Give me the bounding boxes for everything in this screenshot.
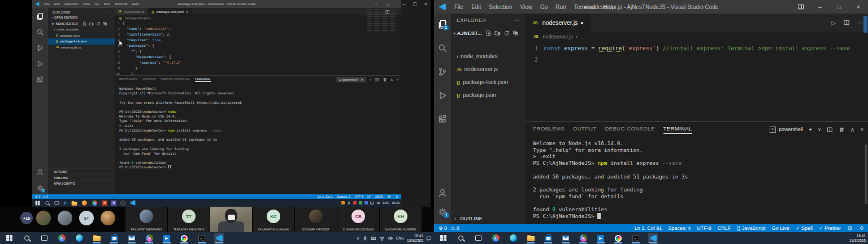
status-item[interactable]: Go Live <box>772 225 789 231</box>
sidebar-section[interactable]: OUTLINE <box>48 168 115 175</box>
folder-section-nodetester[interactable]: ∨ NODETESTER <box>48 20 115 27</box>
close-panel-icon[interactable]: × <box>396 78 398 81</box>
participant-tile[interactable]: KH KANOKPORN HUISUREE <box>380 207 422 232</box>
mail-taskbar-icon[interactable] <box>127 233 137 243</box>
collapse-all-icon[interactable] <box>103 21 107 26</box>
menu-item[interactable]: Go <box>93 2 102 6</box>
run-debug-icon[interactable] <box>36 60 44 68</box>
menu-item[interactable]: Edit <box>467 4 485 10</box>
split-editor-icon[interactable] <box>843 19 850 26</box>
search-icon[interactable] <box>36 28 44 36</box>
status-item[interactable]: Ln 1, Col 91 <box>635 225 662 231</box>
terminal-shell-selector[interactable]: > powershell <box>770 127 803 133</box>
new-folder-icon[interactable] <box>494 30 501 36</box>
status-item[interactable]: Ln 1, Col 1 <box>318 195 333 198</box>
accounts-icon[interactable] <box>36 168 44 176</box>
wifi-tray-icon[interactable] <box>379 236 385 241</box>
status-item[interactable]: JSON <box>375 195 383 198</box>
participant-tile[interactable]: KC KANARAPON CHANAMAT <box>253 207 295 232</box>
status-item[interactable]: ✓ Spell <box>796 225 813 231</box>
display-tray-icon[interactable] <box>370 201 374 205</box>
terminal-shell-selector[interactable]: 1: powershell ∨ <box>336 77 366 82</box>
vscode-taskbar-icon[interactable] <box>648 233 658 243</box>
clock[interactable]: 18:41 13/3/2565 <box>849 234 866 243</box>
tray-app-icon[interactable] <box>364 201 368 204</box>
file-item-node-modules[interactable]: › node_modules <box>48 27 115 33</box>
open-editors-section[interactable]: › OPEN EDITORS <box>48 15 115 20</box>
tray-app-icon[interactable] <box>353 201 357 204</box>
browser-profile-taskbar-icon[interactable] <box>578 233 588 243</box>
collapse-all-icon[interactable] <box>513 30 519 36</box>
task-view-button[interactable] <box>473 233 483 243</box>
participant-tile[interactable]: CB CHINNAKORN BOONNUMRUNG <box>337 207 380 232</box>
edge-taskbar-icon[interactable] <box>74 233 84 243</box>
panel-tab[interactable]: DEBUG CONSOLE <box>605 125 654 134</box>
language-indicator[interactable]: ENG <box>396 236 404 240</box>
chrome-taskbar-icon[interactable] <box>57 233 67 243</box>
search-icon[interactable] <box>437 43 448 53</box>
participant-avatar[interactable] <box>36 211 51 225</box>
new-folder-icon[interactable] <box>89 21 94 26</box>
menu-item[interactable]: Selection <box>62 2 81 6</box>
maximize-button[interactable]: □ <box>830 0 849 14</box>
menu-item[interactable]: View <box>517 4 537 10</box>
panel-tab[interactable]: TERMINAL <box>195 77 211 82</box>
shared-clock[interactable]: 15:20 <box>392 201 400 204</box>
run-file-icon[interactable]: ▷ <box>831 19 836 27</box>
participant-tile[interactable]: BOONMRI KIROKDET <box>295 207 337 232</box>
status-item[interactable]: UTF-8 <box>354 195 363 198</box>
file-item-nodeserver-js[interactable]: JS nodeserver.js <box>451 63 526 76</box>
tray-app-icon[interactable] <box>359 201 362 204</box>
extensions-icon[interactable] <box>36 76 44 84</box>
notifications-bell-icon[interactable] <box>395 195 399 199</box>
breadcrumb[interactable]: JS nodeserver.js › … <box>526 32 868 41</box>
code-area[interactable]: 1{2 "name": "nodetester",3 "lockfileVers… <box>115 20 401 75</box>
file-item-servemode-js[interactable]: JS servemode.js <box>48 45 115 51</box>
panel-tab[interactable]: PROBLEMS <box>119 77 137 82</box>
keyboard-tray-icon[interactable] <box>371 236 376 241</box>
status-item[interactable]: Spaces: 4 <box>668 225 691 231</box>
search-button[interactable] <box>455 233 466 243</box>
tab-close-icon[interactable]: × <box>186 10 188 14</box>
errors-indicator[interactable]: ⊗ 0 <box>35 195 40 198</box>
source-control-icon[interactable] <box>437 67 448 77</box>
accounts-icon[interactable] <box>437 188 448 198</box>
edge-taskbar-icon[interactable] <box>508 233 518 243</box>
microphone-tray-icon[interactable] <box>362 236 368 241</box>
new-file-icon[interactable] <box>83 21 87 26</box>
action-center-icon[interactable] <box>426 236 432 241</box>
menu-item[interactable]: Go <box>536 4 552 10</box>
firefox-icon[interactable] <box>82 201 87 206</box>
store-taskbar-icon[interactable] <box>543 233 553 243</box>
tab-package-lock-json[interactable]: {} package-lock.json × <box>148 8 192 15</box>
terminal-output[interactable]: Windows PowerShellCopyright (C) Microsof… <box>119 86 399 194</box>
file-item-package-json[interactable]: {} package.json <box>451 89 526 102</box>
run-debug-icon[interactable] <box>437 90 448 101</box>
terminal-taskbar-icon[interactable]: >_ <box>197 233 207 243</box>
refresh-icon[interactable] <box>96 21 101 26</box>
chevron-down-icon[interactable]: ∨ <box>818 127 821 132</box>
movies-taskbar-icon[interactable]: ▶ <box>162 233 172 243</box>
paint3d-taskbar-icon[interactable] <box>179 233 189 243</box>
meeting-close-button[interactable]: × <box>424 1 427 7</box>
vscode-taskbar-icon[interactable] <box>214 233 224 243</box>
menu-item[interactable]: Run <box>552 4 570 10</box>
menu-item[interactable]: Edit <box>52 2 62 6</box>
new-terminal-icon[interactable]: + <box>809 127 812 133</box>
panel-tab[interactable]: PROBLEMS <box>533 125 565 134</box>
terminal-output[interactable]: Welcome to Node.js v16.14.0.Type ".help"… <box>533 140 863 224</box>
meeting-maximize-button[interactable]: □ <box>413 1 416 7</box>
folder-section-ajnestnodejs[interactable]: ∨ AJNEST... <box>451 27 526 38</box>
participant-avatar-st[interactable]: ST <box>79 211 94 225</box>
panel-tab[interactable]: DEBUG CONSOLE <box>161 77 190 82</box>
tab-nodeserver-js[interactable]: JS nodeserver.js ● <box>526 14 590 32</box>
participant-video-tile[interactable] <box>210 207 253 232</box>
outline-section[interactable]: OUTLINE <box>451 213 526 223</box>
menu-item[interactable]: Selection <box>485 4 516 10</box>
status-item[interactable]: LF <box>367 195 371 198</box>
file-explorer-taskbar-icon[interactable] <box>92 233 102 243</box>
split-terminal-icon[interactable] <box>375 77 379 82</box>
chrome-taskbar-icon[interactable] <box>491 233 501 243</box>
edge-legacy-icon[interactable]: e <box>64 200 67 206</box>
maximize-button[interactable]: □ <box>387 2 389 6</box>
